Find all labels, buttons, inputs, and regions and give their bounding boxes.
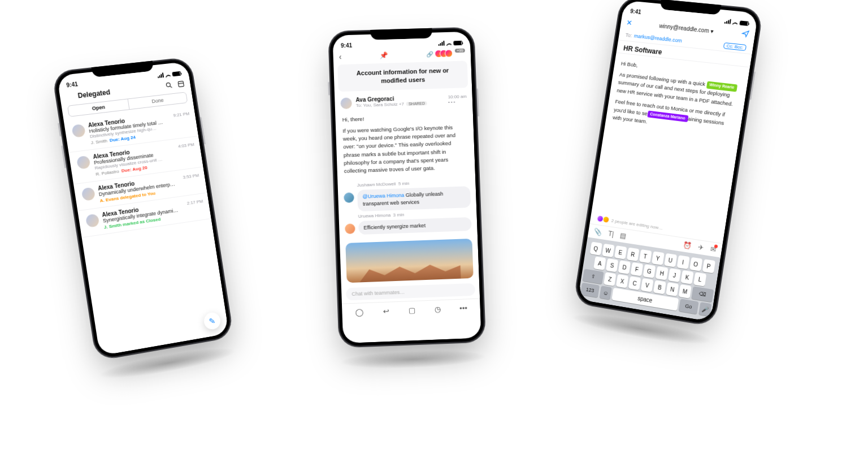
key-emoji[interactable]: ☺: [600, 286, 612, 300]
battery-icon: [739, 20, 749, 26]
avatar: [345, 223, 355, 234]
battery-icon: [172, 71, 181, 76]
battery-icon: [453, 40, 462, 45]
participants-avatars[interactable]: [437, 49, 453, 58]
more-icon[interactable]: •••: [459, 304, 467, 313]
key[interactable]: C: [628, 276, 641, 290]
key[interactable]: N: [666, 282, 679, 296]
key-go[interactable]: Go: [678, 299, 698, 314]
close-icon[interactable]: ✕: [626, 18, 633, 27]
key[interactable]: O: [689, 257, 702, 271]
key[interactable]: F: [631, 262, 644, 276]
key[interactable]: E: [614, 245, 627, 260]
collaborator-cursor: Constanza Mariano: [647, 110, 689, 122]
status-time: 9:41: [66, 81, 79, 88]
signal-icon: [438, 41, 444, 46]
avatar: [76, 155, 90, 170]
key[interactable]: ⌫: [691, 286, 714, 302]
key[interactable]: A: [593, 256, 606, 270]
participant-count-badge: +99: [455, 49, 465, 53]
key[interactable]: W: [602, 244, 614, 257]
send-later-icon[interactable]: ✈︎: [697, 243, 704, 252]
key[interactable]: T: [639, 249, 652, 263]
text-format-icon[interactable]: T|: [607, 230, 614, 238]
reply-icon[interactable]: ↩︎: [383, 307, 389, 316]
avatar: [344, 193, 354, 204]
wifi-icon: [732, 20, 739, 25]
key[interactable]: S: [606, 258, 618, 273]
list-settings-icon[interactable]: [176, 80, 185, 88]
key[interactable]: M: [679, 284, 692, 299]
wifi-icon: [446, 41, 452, 45]
menu-icon[interactable]: [66, 92, 74, 101]
avatar: [71, 124, 86, 138]
send-icon[interactable]: [741, 29, 750, 40]
key-123[interactable]: 123: [580, 283, 600, 298]
phone-delegated: 9:41 Delegated Open Done Alexa Tenorio H…: [51, 57, 234, 361]
key[interactable]: L: [693, 272, 706, 286]
reminder-icon[interactable]: ⏰: [683, 241, 692, 250]
key[interactable]: P: [702, 259, 715, 273]
signal-icon: [157, 72, 164, 78]
signal-icon: [724, 19, 731, 24]
key[interactable]: B: [653, 280, 666, 295]
search-icon[interactable]: [164, 81, 173, 89]
key[interactable]: J: [668, 268, 681, 282]
key[interactable]: ⇧: [583, 269, 604, 284]
cc-bcc-button[interactable]: Cc: Bcc:: [723, 42, 747, 51]
key[interactable]: K: [681, 270, 694, 284]
chat-bubble[interactable]: @Uruewa Himona Globally unleash transpar…: [357, 187, 471, 211]
key[interactable]: U: [664, 253, 677, 267]
key[interactable]: V: [641, 278, 654, 292]
svg-rect-1: [178, 81, 184, 87]
chat-bubble[interactable]: Efficiently synergize market: [358, 217, 472, 235]
key[interactable]: H: [656, 266, 669, 280]
chat-input[interactable]: Chat with teammates…: [346, 283, 475, 301]
archive-icon[interactable]: ▢: [408, 306, 415, 315]
phone-thread: 9:41 ‹ ⠀📌⠀ 🔗 +99 Account information for…: [328, 27, 486, 348]
key[interactable]: Q: [589, 241, 602, 255]
key[interactable]: D: [618, 260, 631, 274]
link-icon[interactable]: 🔗: [426, 51, 433, 57]
image-attachment[interactable]: [345, 239, 474, 283]
inbox-icon[interactable]: ◯: [355, 308, 364, 317]
collaborator-cursor: Winny Rearie: [706, 81, 737, 92]
phone-compose: 9:41 ✕ winny@readdle.com ▾ To:markus@rea…: [573, 0, 763, 327]
tracking-icon[interactable]: ✉︎: [710, 245, 717, 254]
wifi-icon: [165, 72, 171, 77]
key[interactable]: R: [627, 247, 639, 261]
avatar: [81, 187, 96, 201]
attachment-icon[interactable]: 📎: [593, 227, 602, 236]
pin-icon[interactable]: ⠀📌⠀: [346, 50, 422, 61]
svg-point-0: [166, 83, 171, 87]
snooze-icon[interactable]: ◷: [434, 305, 441, 313]
toolbar: ◯ ↩︎ ▢ ◷ •••: [342, 299, 480, 322]
key[interactable]: I: [676, 255, 689, 269]
